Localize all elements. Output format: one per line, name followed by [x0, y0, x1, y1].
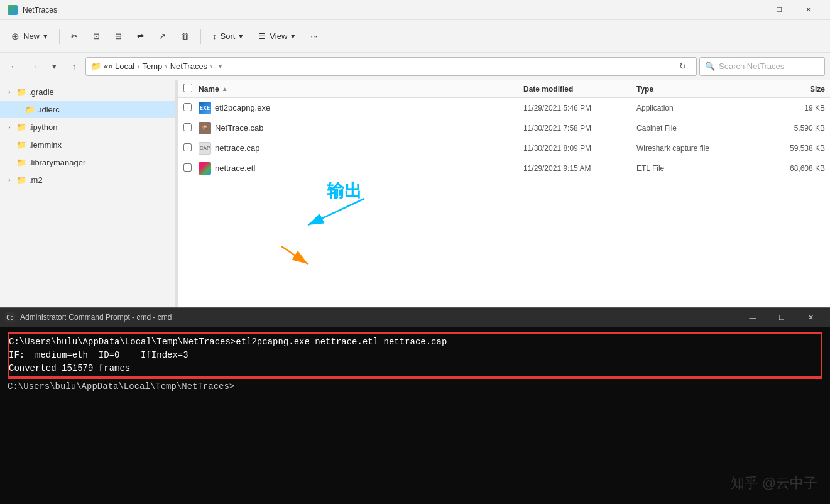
file-row[interactable]: EXE etl2pcapng.exe 11/29/2021 5:46 PM Ap… — [178, 98, 830, 118]
explorer-window: NetTraces — ☐ ✕ ⊕ New ▾ ✂ ⊡ ⊟ — [0, 0, 830, 307]
file-date: 11/30/2021 7:58 PM — [523, 124, 636, 133]
col-header-name[interactable]: Name ▲ — [199, 85, 523, 94]
sidebar-item-ipython[interactable]: › 📁 .ipython — [0, 118, 175, 136]
sidebar-item-gradle[interactable]: › 📁 .gradle — [0, 83, 175, 101]
path-folder-icon: 📁 — [91, 62, 101, 71]
file-name: nettrace.etl — [215, 163, 255, 173]
file-row[interactable]: CAP nettrace.cap 11/30/2021 8:09 PM Wire… — [178, 138, 830, 158]
toolbar: ⊕ New ▾ ✂ ⊡ ⊟ ⇌ ↗ 🗑 — [0, 20, 830, 53]
col-header-type[interactable]: Type — [636, 85, 762, 94]
row-check[interactable] — [183, 163, 199, 173]
back-button[interactable]: ← — [5, 58, 23, 75]
view-label: View — [270, 31, 287, 41]
separator-2 — [200, 29, 201, 44]
chevron-icon: › — [5, 124, 14, 131]
sidebar-label-m2: .m2 — [29, 175, 43, 185]
cmd-minimize-button[interactable]: — — [738, 308, 767, 327]
file-row[interactable]: nettrace.etl 11/29/2021 9:15 AM ETL File… — [178, 158, 830, 178]
folder-icon: 📁 — [16, 175, 26, 185]
file-date: 11/30/2021 8:09 PM — [523, 144, 636, 153]
view-button[interactable]: ☰ View ▾ — [252, 25, 302, 48]
file-type: Cabinet File — [636, 124, 762, 133]
path-part-temp: Temp — [143, 62, 163, 71]
address-input[interactable]: 📁 «« Local › Temp › NetTraces › ▾ ↻ — [85, 57, 697, 76]
file-date: 11/29/2021 9:15 AM — [523, 164, 636, 173]
copy-icon: ⊡ — [93, 31, 100, 41]
cut-button[interactable]: ✂ — [65, 25, 84, 48]
cmd-maximize-button[interactable]: ☐ — [767, 308, 796, 327]
move-button[interactable]: ⇌ — [131, 25, 150, 48]
forward-button[interactable]: → — [25, 58, 43, 75]
sort-arrow: ▲ — [222, 85, 228, 92]
move-icon: ⇌ — [137, 31, 144, 41]
cmd-close-button[interactable]: ✕ — [796, 308, 825, 327]
delete-icon: 🗑 — [181, 31, 189, 41]
separator-1 — [59, 29, 60, 44]
copy-button[interactable]: ⊡ — [87, 25, 106, 48]
new-dropdown-icon: ▾ — [43, 31, 48, 41]
close-button[interactable]: ✕ — [794, 0, 822, 20]
sidebar: › 📁 .gradle 📁 .idlerc › 📁 .ipython 📁 — [0, 80, 176, 307]
minimize-button[interactable]: — — [736, 0, 765, 20]
col-header-date[interactable]: Date modified — [523, 85, 636, 94]
path-part-local: «« Local — [104, 62, 134, 71]
file-date: 11/29/2021 5:46 PM — [523, 104, 636, 112]
cut-icon: ✂ — [71, 31, 78, 41]
file-name: nettrace.cap — [215, 143, 260, 153]
folder-icon: 📁 — [16, 123, 26, 132]
file-size: 59,538 KB — [762, 144, 825, 153]
cmd-line: C:\Users\bulu\AppData\Local\Temp\NetTrac… — [8, 380, 822, 393]
file-name: etl2pcapng.exe — [215, 103, 270, 112]
new-button[interactable]: ⊕ New ▾ — [5, 25, 54, 48]
sort-button[interactable]: ↕ Sort ▾ — [206, 25, 249, 48]
sidebar-label-librarymanager: .librarymanager — [29, 158, 85, 167]
more-icon: ··· — [310, 31, 317, 41]
cmd-window: C: Administrator: Command Prompt - cmd -… — [0, 307, 830, 504]
check-all[interactable] — [183, 84, 199, 94]
file-name: NetTrace.cab — [215, 123, 264, 133]
sidebar-label-lemminx: .lemminx — [29, 140, 62, 150]
row-check[interactable] — [183, 123, 199, 133]
check-all-input[interactable] — [183, 84, 192, 92]
row-check[interactable] — [183, 103, 199, 113]
cmd-highlighted-block: C:\Users\bulu\AppData\Local\Temp\NetTrac… — [8, 332, 822, 379]
sidebar-item-idlerc[interactable]: 📁 .idlerc — [0, 101, 175, 118]
file-row[interactable]: 📦 NetTrace.cab 11/30/2021 7:58 PM Cabine… — [178, 118, 830, 138]
refresh-button[interactable]: ↻ — [674, 58, 691, 75]
path-sep-3: › — [210, 62, 212, 71]
col-header-size[interactable]: Size — [762, 85, 825, 94]
paste-button[interactable]: ⊟ — [109, 25, 128, 48]
sort-label: Sort — [221, 31, 236, 41]
file-list-header: Name ▲ Date modified Type Size — [178, 80, 830, 98]
delete-button[interactable]: 🗑 — [175, 25, 195, 48]
file-list: Name ▲ Date modified Type Size — [178, 80, 830, 307]
chevron-icon: › — [5, 89, 14, 96]
folder-icon: 📁 — [16, 87, 26, 97]
sidebar-item-librarymanager[interactable]: 📁 .librarymanager — [0, 153, 175, 171]
recent-button[interactable]: ▾ — [45, 58, 63, 75]
folder-icon: 📁 — [16, 158, 26, 167]
address-chevron: ▾ — [219, 63, 222, 70]
share-button[interactable]: ↗ — [153, 25, 172, 48]
file-name-cell: nettrace.etl — [199, 162, 523, 175]
path-sep-2: › — [165, 62, 167, 71]
path-sep-1: › — [137, 62, 139, 71]
row-check[interactable] — [183, 143, 199, 153]
search-box[interactable]: 🔍 Search NetTraces — [699, 57, 825, 76]
address-bar: ← → ▾ ↑ 📁 «« Local › Temp › NetTraces › … — [0, 53, 830, 80]
sort-icon: ↕ — [212, 31, 217, 41]
new-icon: ⊕ — [11, 31, 19, 42]
sidebar-item-lemminx[interactable]: 📁 .lemminx — [0, 136, 175, 153]
cmd-line: IF: medium=eth ID=0 IfIndex=3 — [9, 349, 821, 362]
main-content: › 📁 .gradle 📁 .idlerc › 📁 .ipython 📁 — [0, 80, 830, 307]
maximize-button[interactable]: ☐ — [765, 0, 794, 20]
window-controls: — ☐ ✕ — [736, 0, 822, 20]
file-name-cell: 📦 NetTrace.cab — [199, 122, 523, 134]
sidebar-item-m2[interactable]: › 📁 .m2 — [0, 171, 175, 189]
search-icon: 🔍 — [705, 62, 715, 71]
up-button[interactable]: ↑ — [65, 58, 83, 75]
cmd-icon: C: — [5, 312, 15, 322]
more-button[interactable]: ··· — [304, 25, 324, 48]
window-title: NetTraces — [23, 6, 736, 14]
address-path: 📁 «« Local › Temp › NetTraces › ▾ — [91, 62, 671, 71]
